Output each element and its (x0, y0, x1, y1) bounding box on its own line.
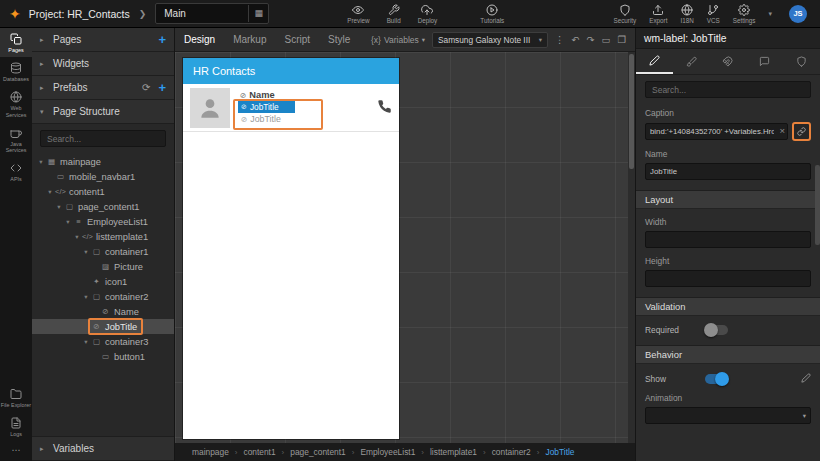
device-selector[interactable]: Samsung Galaxy Note III ▾ (432, 32, 548, 48)
tree-item-container2[interactable]: ▾ ▢ container2 (32, 289, 174, 304)
structure-search-input[interactable] (40, 130, 166, 147)
tree-item-mainpage[interactable]: ▾ ▦ mainpage (32, 154, 174, 169)
tab-style[interactable]: Style (319, 28, 359, 51)
chevron-down-icon[interactable]: ▾ (36, 158, 46, 166)
security-button[interactable]: Security (614, 4, 637, 24)
add-page-button[interactable]: + (158, 33, 166, 46)
section-prefabs[interactable]: ▸ Prefabs ⟳ + (32, 76, 174, 100)
user-avatar[interactable]: JS (789, 5, 807, 23)
i18n-button[interactable]: I18N (680, 4, 693, 24)
chevron-down-icon[interactable]: ▾ (81, 293, 91, 301)
tree-item-listtemplate1[interactable]: ▾ </> listtemplate1 (32, 229, 174, 244)
width-input[interactable] (645, 231, 811, 248)
tab-properties[interactable] (636, 49, 673, 74)
rail-item-apis[interactable]: APIs (0, 157, 32, 186)
height-input[interactable] (645, 270, 811, 287)
preview-button[interactable]: Preview (347, 4, 369, 24)
required-toggle[interactable] (705, 325, 728, 335)
chevron-down-icon[interactable]: ▾ (72, 233, 82, 241)
design-canvas[interactable]: HR Contacts ⊘ Name ⊘ JobTitle (175, 52, 635, 443)
tab-security[interactable] (783, 49, 820, 74)
tab-events[interactable] (746, 49, 783, 74)
tab-script[interactable]: Script (276, 28, 320, 51)
build-button[interactable]: Build (387, 4, 401, 24)
breadcrumb-item[interactable]: container2 (492, 447, 531, 457)
picture-placeholder[interactable] (190, 88, 230, 128)
panel-scrollbar-thumb[interactable] (815, 165, 820, 245)
breadcrumb-item[interactable]: content1 (243, 447, 275, 457)
phone-preview[interactable]: HR Contacts ⊘ Name ⊘ JobTitle (183, 58, 399, 439)
tab-markup[interactable]: Markup (224, 28, 275, 51)
add-prefab-button[interactable]: + (158, 81, 166, 94)
redo-icon[interactable]: ↷ (587, 35, 595, 45)
section-pages[interactable]: ▸ Pages + (32, 28, 174, 52)
vcs-button[interactable]: VCS (707, 4, 720, 24)
tab-styles[interactable] (673, 49, 710, 74)
rail-item-logs[interactable]: Logs (0, 412, 32, 441)
show-bind-button[interactable] (801, 373, 811, 385)
tree-item-mobile-navbar1[interactable]: ▭ mobile_navbar1 (32, 169, 174, 184)
canvas-label-jobtitle-selected[interactable]: ⊘ JobTitle (238, 101, 295, 113)
settings-button[interactable]: Settings (733, 4, 756, 24)
clear-icon[interactable]: × (779, 125, 785, 136)
breadcrumb-item[interactable]: page_content1 (290, 447, 345, 457)
breadcrumb-item[interactable]: EmployeeList1 (360, 447, 415, 457)
scrollbar-thumb[interactable] (629, 54, 634, 169)
rail-label: File Explorer (1, 402, 31, 408)
section-widgets[interactable]: ▸ Widgets (32, 52, 174, 76)
tree-item-content1[interactable]: ▾ </> content1 (32, 184, 174, 199)
rail-item-databases[interactable]: Databases (0, 57, 32, 86)
section-variables[interactable]: ▸ Variables (32, 436, 174, 461)
device-frame-icon[interactable]: ▭ (601, 35, 610, 45)
breadcrumb-item-current[interactable]: JobTitle (545, 447, 574, 457)
rail-item-web-services[interactable]: Web Services (0, 86, 32, 121)
tab-design[interactable]: Design (175, 28, 224, 51)
chevron-down-icon[interactable]: ▾ (81, 248, 91, 256)
employee-list-item[interactable]: ⊘ Name ⊘ JobTitle ⊘ JobTitle (183, 84, 399, 132)
name-input[interactable] (645, 163, 811, 180)
deploy-button[interactable]: Deploy (418, 4, 438, 24)
tutorials-button[interactable]: Tutorials (480, 4, 504, 24)
rail-item-pages[interactable]: Pages (0, 28, 32, 57)
page-selector[interactable]: Main ▦ (155, 3, 269, 24)
chevron-down-icon[interactable]: ▾ (54, 203, 64, 211)
chevron-down-icon[interactable]: ▾ (63, 218, 73, 226)
export-button[interactable]: Export (649, 4, 667, 24)
variables-dropdown[interactable]: {x} Variables ▾ (371, 35, 425, 45)
rail-item-file-explorer[interactable]: File Explorer (0, 383, 32, 412)
caption-input[interactable] (645, 123, 788, 140)
undo-icon[interactable]: ↶ (572, 35, 580, 45)
kebab-menu-icon[interactable]: ⋮ (555, 35, 565, 45)
phone-call-icon[interactable] (377, 99, 392, 116)
tree-item-name[interactable]: ⊘ Name (32, 304, 174, 319)
chevron-down-icon[interactable]: ▾ (45, 188, 55, 196)
rail-item-java-services[interactable]: Java Services (0, 122, 32, 157)
app-grid-icon[interactable]: ▦ (248, 5, 268, 22)
canvas-scrollbar[interactable] (628, 52, 635, 443)
canvas-label-jobtitle[interactable]: ⊘ JobTitle (238, 113, 295, 125)
paintbrush-icon (686, 56, 697, 67)
animation-select[interactable] (645, 407, 811, 424)
tree-item-container1[interactable]: ▾ ▢ container1 (32, 244, 174, 259)
chevron-down-icon[interactable]: ▾ (768, 10, 772, 18)
section-page-structure[interactable]: ▾ Page Structure (32, 100, 174, 124)
bind-link-button[interactable] (792, 122, 811, 141)
more-options-icon[interactable]: ⋯ (0, 441, 32, 461)
canvas-label-name[interactable]: ⊘ Name (238, 90, 295, 100)
breadcrumb-item[interactable]: listtemplate1 (430, 447, 477, 457)
popout-icon[interactable]: ❐ (617, 35, 626, 45)
tree-item-jobtitle[interactable]: ⊘ JobTitle (32, 319, 174, 334)
tree-item-page-content1[interactable]: ▾ ▢ page_content1 (32, 199, 174, 214)
tree-item-container3[interactable]: ▾ ▢ container3 (32, 334, 174, 349)
tree-item-icon1[interactable]: ✦ icon1 (32, 274, 174, 289)
breadcrumb-item[interactable]: mainpage (192, 447, 229, 457)
tab-bindings[interactable] (710, 49, 747, 74)
show-toggle[interactable] (705, 374, 728, 384)
phone-page-header[interactable]: HR Contacts (183, 58, 399, 84)
tree-item-picture[interactable]: ▨ Picture (32, 259, 174, 274)
tree-item-button1[interactable]: ▭ button1 (32, 349, 174, 364)
chevron-down-icon[interactable]: ▾ (81, 338, 91, 346)
tree-item-employeelist1[interactable]: ▾ ≡ EmployeeList1 (32, 214, 174, 229)
refresh-icon[interactable]: ⟳ (142, 83, 150, 93)
properties-search-input[interactable] (645, 81, 811, 98)
